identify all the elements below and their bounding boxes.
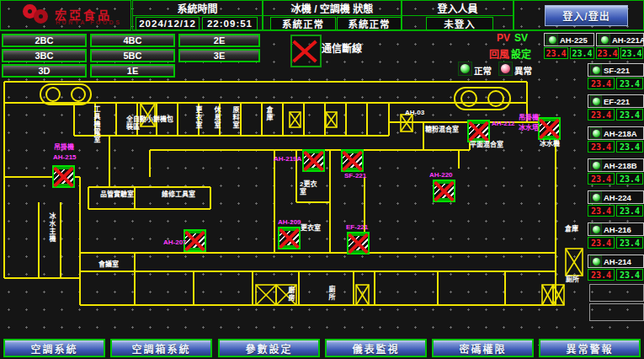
alarm-marker-AH-215[interactable]	[52, 165, 75, 188]
unit-led-icon	[590, 127, 602, 139]
pv-value: 23.4	[544, 47, 568, 59]
room-label: 休息室	[213, 106, 221, 129]
unit-values-AH-218B: 23.423.4	[588, 173, 644, 185]
unit-values-SF-221: 23.423.4	[588, 78, 644, 89]
room-label: 廁所	[566, 276, 579, 283]
sv-value: 23.4	[616, 78, 643, 89]
floor-button-2BC[interactable]: 2BC	[2, 34, 87, 47]
alarm-marker-AH-212[interactable]	[467, 120, 490, 142]
unit-led-icon	[590, 191, 602, 203]
alarm-marker-AH-220[interactable]	[433, 180, 455, 202]
unit-led-icon	[590, 223, 602, 235]
equipment-label: AH-212	[492, 120, 515, 127]
pv-value: 23.4	[588, 141, 615, 153]
sv-value: 23.4	[616, 173, 643, 185]
unit-AH-225[interactable]: AH-225	[544, 33, 594, 46]
equipment-label: AH-207	[163, 238, 187, 246]
header-divider	[0, 30, 644, 31]
chiller-status-value: 系統正常	[270, 17, 336, 30]
sv-value: 23.4	[570, 47, 594, 59]
unit-values-AH-214: 23.423.4	[588, 269, 644, 281]
unit-led-icon	[590, 159, 602, 171]
room-label: 維修工具室	[162, 190, 195, 198]
login-section: 登入人員 未登入	[402, 0, 514, 30]
floor-button-3BC[interactable]: 3BC	[2, 49, 87, 62]
footer-button-5[interactable]: 密碼權限	[432, 339, 534, 357]
unit-name: AH-214	[604, 257, 631, 266]
abnormal-led-icon	[498, 62, 513, 76]
hunya-logo-icon	[23, 4, 51, 29]
equipment-label: AH-209	[278, 218, 301, 226]
floor-button-5BC[interactable]: 5BC	[90, 49, 175, 62]
room-label: 糖粉混合室	[425, 126, 459, 133]
equipment-label: 吊掛機	[519, 114, 539, 121]
unit-AH-221A[interactable]: AH-221A	[596, 33, 644, 46]
room-label: 廁所	[327, 286, 335, 301]
footer-button-3[interactable]: 參數設定	[218, 339, 320, 357]
equipment-label: 冰水塔	[519, 124, 539, 131]
legend-abnormal-label: 異常	[514, 64, 532, 77]
empty-slot-2	[589, 303, 644, 321]
pv-value: 23.4	[588, 269, 615, 281]
unit-name: SF-221	[604, 66, 630, 75]
alarm-marker-AH-209[interactable]	[278, 227, 301, 249]
alarm-marker-AH-207[interactable]	[184, 229, 206, 252]
alarm-marker-EF-221[interactable]	[347, 232, 370, 255]
alarm-marker-AH-219A[interactable]	[302, 149, 325, 172]
room-label: AH-03	[405, 109, 424, 116]
unit-AH-218B[interactable]: AH-218B	[588, 158, 644, 172]
unit-EF-221[interactable]: EF-221	[588, 94, 644, 108]
unit-values-AH-216: 23.423.4	[588, 237, 644, 249]
floor-button-2E[interactable]: 2E	[178, 34, 260, 47]
system-date-value: 2024/12/12	[136, 17, 200, 30]
floor-button-3E[interactable]: 3E	[178, 49, 260, 62]
sv-value: 23.4	[616, 141, 643, 153]
room-label: 全自動小餅機包裝區	[126, 115, 173, 131]
sv-label: SV	[514, 32, 528, 44]
unit-AH-224[interactable]: AH-224	[588, 190, 644, 204]
alarm-marker-SF-221[interactable]	[341, 149, 364, 172]
footer-button-2[interactable]: 空調箱系統	[110, 339, 212, 357]
normal-led-icon	[458, 62, 472, 76]
footer-button-6[interactable]: 異常警報	[539, 339, 641, 357]
floor-button-4BC[interactable]: 4BC	[90, 34, 175, 47]
room-label: 冰水機	[540, 140, 560, 147]
equipment-label: SF-221	[344, 172, 366, 180]
pv-name-label: 回風	[489, 46, 509, 61]
equipment-label: AH-220	[429, 171, 453, 179]
ac-status-value: 系統正常	[337, 17, 402, 30]
room-label: 會議室	[98, 260, 119, 268]
room-label: 冰水主機	[48, 212, 56, 243]
room-label: 倉庫	[265, 106, 273, 121]
room-label: 更衣室	[301, 224, 321, 232]
machine-status-label: 冰機 / 空調機 狀態	[263, 1, 401, 16]
unit-name: EF-221	[604, 97, 630, 106]
unit-led-icon	[590, 255, 602, 267]
pv-value: 23.4	[588, 78, 615, 89]
login-logout-button[interactable]: 登入/登出	[545, 5, 628, 26]
unit-name: AH-218A	[604, 129, 637, 138]
equipment-label: 吊掛機	[54, 143, 74, 151]
unit-SF-221[interactable]: SF-221	[588, 63, 644, 77]
pv-label: PV	[497, 32, 510, 44]
unit-led-icon	[599, 34, 610, 46]
system-clock-value: 22:09:51	[202, 17, 258, 30]
sv-name-label: 設定	[511, 46, 531, 61]
alarm-marker-冰水塔[interactable]	[538, 117, 561, 140]
unit-led-icon	[546, 34, 558, 46]
pv-value: 23.4	[596, 47, 619, 59]
unit-AH-218A[interactable]: AH-218A	[588, 126, 644, 140]
equipment-label: AH-215	[53, 153, 77, 161]
unit-led-icon	[590, 95, 602, 107]
footer-button-1[interactable]: 空調系統	[3, 339, 105, 357]
unit-AH-216[interactable]: AH-216	[588, 222, 644, 236]
unit-values-AH-225: 23.423.4	[544, 47, 594, 59]
room-label: 平面混合室	[470, 141, 503, 148]
login-user-value: 未登入	[426, 17, 493, 30]
unit-values-AH-221A: 23.423.4	[596, 47, 644, 59]
unit-values-AH-224: 23.423.4	[588, 205, 644, 217]
room-label: 原料室	[232, 106, 239, 129]
equipment-label: AH-219A	[274, 155, 301, 163]
unit-AH-214[interactable]: AH-214	[588, 255, 644, 268]
footer-button-4[interactable]: 儀表監視	[325, 339, 427, 357]
